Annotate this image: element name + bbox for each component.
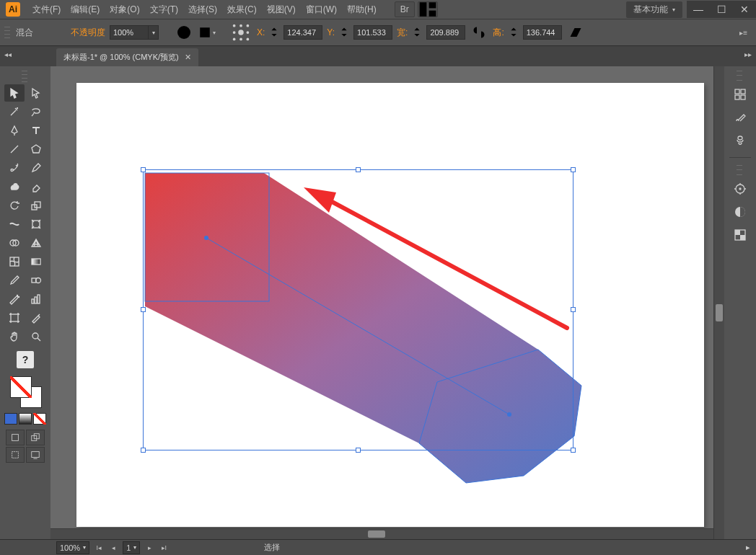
menu-object[interactable]: 对象(O) [105,1,144,18]
chevron-down-icon[interactable]: ▾ [149,25,159,40]
artboard-tool[interactable] [4,309,25,327]
zoom-level[interactable]: 100% ▾ [56,541,89,554]
prev-artboard-button[interactable]: ◂ [108,543,118,553]
artboard-number[interactable]: 1 ▾ [123,541,140,554]
selection-tool[interactable] [4,84,25,102]
recolor-button[interactable] [175,24,193,41]
window-close-button[interactable]: ✕ [733,4,756,15]
grip-icon[interactable] [22,69,27,84]
panel-symbols-icon[interactable] [730,131,750,150]
rotate-tool[interactable] [4,197,25,214]
selection-handle-n[interactable] [356,167,361,172]
perspective-grid-tool[interactable] [26,234,46,252]
magic-wand-tool[interactable] [4,103,25,120]
free-transform-tool[interactable] [26,216,46,233]
h-input[interactable]: 136.744 [523,25,562,40]
slice-tool[interactable] [26,309,46,327]
vertical-scrollbar[interactable] [713,66,724,539]
type-tool[interactable] [26,122,46,139]
selection-handle-w[interactable] [141,307,146,312]
blob-brush-tool[interactable] [4,178,25,195]
workspace-switcher[interactable]: 基本功能 ▾ [626,1,682,18]
width-tool[interactable] [4,216,25,233]
reference-point[interactable] [229,24,252,41]
fill-stroke-swatch[interactable] [9,375,42,408]
x-input[interactable]: 124.347 [284,25,322,40]
symbol-sprayer-tool[interactable] [4,290,25,308]
gradient-tool[interactable] [26,253,46,270]
panel-stroke-icon[interactable] [730,179,750,198]
menu-view[interactable]: 视图(V) [262,1,301,18]
panel-brushes-icon[interactable] [730,108,750,127]
y-input[interactable]: 101.533 [353,25,392,40]
line-tool[interactable] [4,141,25,158]
left-panel-expander-icon[interactable]: ◂◂ [4,50,12,58]
selection-handle-ne[interactable] [571,167,576,172]
scrollbar-thumb[interactable] [368,530,385,538]
close-icon[interactable]: ✕ [185,53,191,62]
screen-mode-button[interactable] [26,447,45,463]
pencil-tool[interactable] [26,159,46,177]
shape-builder-tool[interactable] [4,234,25,252]
menu-edit[interactable]: 编辑(E) [66,1,105,18]
menu-window[interactable]: 窗口(W) [301,1,342,18]
eyedropper-tool[interactable] [4,272,25,289]
x-stepper[interactable] [269,24,279,41]
pen-tool[interactable] [4,122,25,139]
y-stepper[interactable] [339,24,349,41]
panel-color-icon[interactable] [730,85,750,104]
color-mode-gradient[interactable] [19,413,32,425]
opacity-value[interactable]: 100% [110,25,149,40]
first-artboard-button[interactable]: I◂ [94,543,104,553]
shape-tool[interactable] [26,141,46,158]
selection-handle-s[interactable] [356,448,361,453]
hand-tool[interactable] [4,328,25,345]
grip-icon[interactable] [737,68,742,83]
constrain-proportions-button[interactable] [470,24,488,41]
column-graph-tool[interactable] [26,290,46,308]
selection-bounding-box[interactable] [143,169,573,450]
draw-inside-mode[interactable] [6,447,25,463]
selection-handle-sw[interactable] [141,448,146,453]
draw-behind-mode[interactable] [26,430,45,445]
panel-gradient-icon[interactable] [730,203,750,221]
lasso-tool[interactable] [26,103,46,120]
help-tool[interactable]: ? [17,351,34,368]
opacity-input[interactable]: 100% ▾ [110,25,159,40]
menu-select[interactable]: 选择(S) [183,1,222,18]
selection-handle-e[interactable] [571,307,576,312]
grip-icon[interactable] [737,163,742,177]
color-mode-none[interactable] [33,413,46,425]
menu-file[interactable]: 文件(F) [27,1,66,18]
status-menu-icon[interactable]: ▸ [746,543,756,552]
canvas-area[interactable] [50,66,724,539]
scale-tool[interactable] [26,197,46,214]
control-bar-collapse-icon[interactable]: ▸≡ [739,29,752,37]
horizontal-scrollbar[interactable] [50,528,713,539]
w-stepper[interactable] [412,24,422,41]
panel-transparency-icon[interactable] [730,226,750,244]
shear-button[interactable] [566,24,585,41]
right-panel-expander-icon[interactable]: ▸▸ [744,50,752,58]
mesh-tool[interactable] [4,253,25,270]
selection-handle-nw[interactable] [141,167,146,172]
zoom-tool[interactable] [26,328,46,345]
blend-tool[interactable] [26,272,46,289]
menu-effect[interactable]: 效果(C) [222,1,262,18]
next-artboard-button[interactable]: ▸ [144,543,154,553]
h-stepper[interactable] [509,24,519,41]
paintbrush-tool[interactable] [4,159,25,177]
document-tab[interactable]: 未标题-1* @ 100% (CMYK/预览) ✕ [56,48,198,66]
eraser-tool[interactable] [26,178,46,195]
menu-help[interactable]: 帮助(H) [342,1,382,18]
draw-normal-mode[interactable] [6,430,25,445]
direct-selection-tool[interactable] [26,84,46,102]
menu-type[interactable]: 文字(T) [145,1,183,18]
color-mode-solid[interactable] [4,413,17,425]
transform-panel-button[interactable]: ▾ [198,24,216,41]
fill-swatch[interactable] [10,376,32,398]
window-minimize-button[interactable]: — [687,4,710,15]
scrollbar-thumb[interactable] [716,304,723,321]
selection-handle-se[interactable] [571,448,576,453]
window-maximize-button[interactable]: ☐ [710,4,733,15]
